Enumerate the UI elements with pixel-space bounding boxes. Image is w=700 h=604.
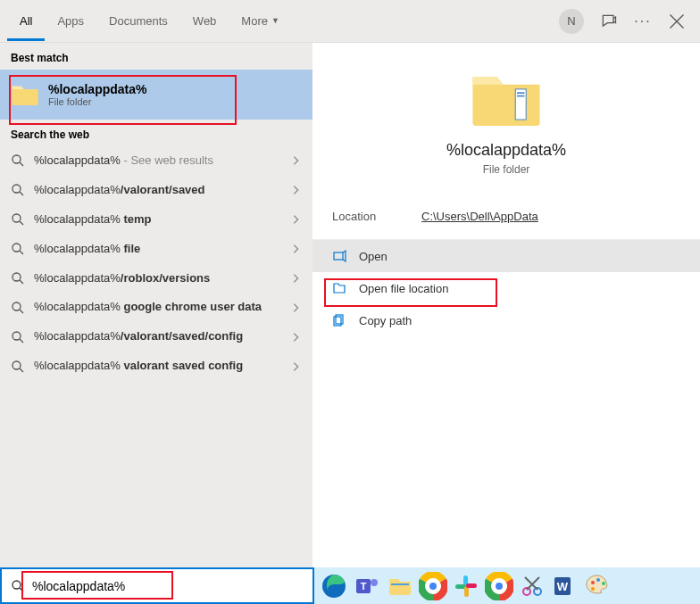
web-result-text: %localappdata%/roblox/versions: [34, 271, 280, 286]
chevron-right-icon: [289, 360, 302, 373]
web-result-text: %localappdata%/valorant/saved/config: [34, 329, 280, 344]
taskbar-paint-icon[interactable]: [584, 572, 612, 600]
search-icon: [11, 579, 25, 593]
chevron-right-icon: [289, 213, 302, 226]
chevron-down-icon: ▼: [271, 16, 279, 25]
detail-title: %localappdata%: [330, 141, 682, 160]
location-row: Location C:\Users\Dell\AppData: [312, 194, 700, 240]
taskbar: T W: [314, 567, 700, 604]
action-open[interactable]: Open: [312, 240, 700, 272]
taskbar-chrome-icon[interactable]: [419, 572, 447, 600]
web-result-item[interactable]: %localappdata% valorant saved config: [0, 352, 312, 381]
svg-point-1: [12, 185, 21, 193]
header-bar: All Apps Documents Web More ▼ N ···: [0, 0, 700, 43]
detail-panel: %localappdata% File folder Location C:\U…: [312, 43, 700, 567]
taskbar-teams-icon[interactable]: T: [353, 572, 381, 600]
detail-subtitle: File folder: [330, 163, 682, 176]
web-result-text: %localappdata% file: [34, 242, 280, 257]
svg-point-6: [12, 332, 21, 340]
tab-more[interactable]: More ▼: [229, 2, 292, 41]
svg-text:W: W: [557, 580, 569, 593]
best-match-item[interactable]: %localappdata% File folder: [0, 70, 312, 120]
svg-point-4: [12, 273, 21, 281]
tab-more-label: More: [241, 14, 268, 28]
svg-rect-19: [391, 583, 409, 585]
user-avatar[interactable]: N: [559, 9, 584, 34]
web-result-item[interactable]: %localappdata% temp: [0, 205, 312, 235]
action-open-label: Open: [359, 250, 388, 263]
search-web-label: Search the web: [0, 120, 312, 146]
web-result-item[interactable]: %localappdata%/valorant/saved/config: [0, 322, 312, 352]
results-panel: Best match %localappdata% File folder Se…: [0, 43, 312, 567]
best-match-text: %localappdata% File folder: [48, 82, 146, 107]
location-label: Location: [332, 210, 421, 223]
web-results-list: %localappdata% - See web results%localap…: [0, 146, 312, 381]
taskbar-slack-icon[interactable]: [452, 572, 480, 600]
web-result-item[interactable]: %localappdata% google chrome user data: [0, 293, 312, 322]
tab-apps[interactable]: Apps: [45, 2, 96, 41]
web-result-text: %localappdata%/valorant/saved: [34, 183, 280, 198]
folder-icon-large: [470, 68, 543, 128]
action-copy-path-label: Copy path: [359, 314, 412, 327]
web-result-text: %localappdata% valorant saved config: [34, 359, 280, 374]
taskbar-snip-icon[interactable]: [518, 572, 546, 600]
search-icon: [11, 301, 25, 315]
header-right: N ···: [559, 9, 693, 34]
chevron-right-icon: [289, 331, 302, 343]
web-result-text: %localappdata% - See web results: [34, 153, 280, 169]
search-icon: [11, 360, 25, 374]
svg-point-43: [591, 587, 595, 591]
search-icon: [11, 153, 25, 168]
tab-documents[interactable]: Documents: [96, 2, 180, 41]
tab-web[interactable]: Web: [180, 2, 229, 41]
taskbar-chrome2-icon[interactable]: [485, 572, 513, 600]
tab-list: All Apps Documents Web More ▼: [7, 2, 292, 41]
tab-all[interactable]: All: [7, 2, 45, 41]
svg-point-0: [12, 155, 21, 163]
folder-icon: [11, 80, 39, 109]
svg-point-42: [602, 582, 605, 585]
web-result-text: %localappdata% google chrome user data: [34, 300, 280, 315]
svg-point-41: [596, 578, 600, 582]
actions-list: Open Open file location Copy path: [312, 240, 700, 336]
taskbar-word-icon[interactable]: W: [551, 572, 579, 600]
search-icon: [11, 330, 25, 344]
chevron-right-icon: [289, 243, 302, 255]
svg-rect-29: [466, 583, 477, 588]
chevron-right-icon: [289, 272, 302, 285]
main-content: Best match %localappdata% File folder Se…: [0, 43, 700, 567]
svg-rect-9: [517, 92, 525, 94]
svg-point-2: [12, 214, 21, 222]
search-input[interactable]: [32, 579, 304, 593]
search-icon: [11, 271, 25, 285]
svg-rect-11: [334, 252, 343, 260]
svg-point-18: [371, 579, 378, 586]
action-open-location[interactable]: Open file location: [312, 272, 700, 304]
search-icon: [11, 212, 25, 227]
search-bar[interactable]: [0, 567, 314, 604]
best-match-title: %localappdata%: [48, 82, 146, 96]
search-icon: [11, 183, 25, 197]
svg-point-14: [12, 581, 21, 589]
svg-point-40: [591, 581, 595, 584]
copy-icon: [332, 313, 346, 327]
open-location-icon: [332, 281, 346, 295]
more-options-icon[interactable]: ···: [634, 12, 652, 30]
open-icon: [332, 249, 346, 263]
close-icon[interactable]: [668, 12, 686, 30]
chevron-right-icon: [289, 154, 302, 167]
web-result-item[interactable]: %localappdata%/valorant/saved: [0, 176, 312, 205]
action-open-location-label: Open file location: [359, 282, 448, 295]
chevron-right-icon: [289, 184, 302, 196]
feedback-icon[interactable]: [600, 12, 618, 30]
web-result-item[interactable]: %localappdata% file: [0, 235, 312, 264]
web-result-item[interactable]: %localappdata%/roblox/versions: [0, 264, 312, 294]
web-result-item[interactable]: %localappdata% - See web results: [0, 146, 312, 176]
svg-text:T: T: [361, 581, 367, 592]
taskbar-edge-icon[interactable]: [320, 572, 348, 600]
action-copy-path[interactable]: Copy path: [312, 304, 700, 336]
location-value[interactable]: C:\Users\Dell\AppData: [421, 210, 538, 223]
taskbar-explorer-icon[interactable]: [386, 572, 414, 600]
best-match-label: Best match: [0, 43, 312, 70]
detail-header: %localappdata% File folder: [312, 43, 700, 194]
